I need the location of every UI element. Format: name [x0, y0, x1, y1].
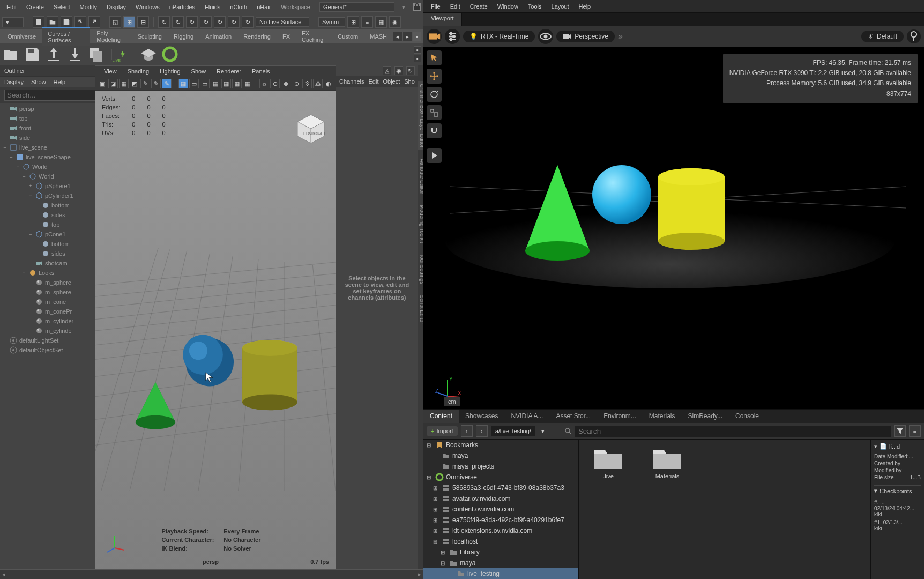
ov-view-options-icon[interactable]: ≡ — [909, 425, 921, 437]
expand-icon[interactable] — [2, 116, 8, 121]
rotate-z-button[interactable]: ↻ — [186, 16, 198, 28]
ov-browser-content[interactable]: .liveMaterials — [579, 440, 870, 579]
vp-menu-shading[interactable]: Shading — [123, 67, 153, 76]
outliner-node-sides[interactable]: sides — [0, 249, 95, 258]
ov-btab-console[interactable]: Console — [729, 410, 765, 423]
shelf-scroll-right[interactable]: ▸ — [403, 32, 412, 41]
vp-menu-show[interactable]: Show — [187, 67, 211, 76]
menu-modify[interactable]: Modify — [76, 2, 101, 12]
maya-viewport-canvas[interactable]: Verts:000Edges:000Faces:000Tris:000UVs:0… — [95, 91, 336, 569]
save-scene-button[interactable] — [61, 16, 72, 28]
outliner-node-m_cone[interactable]: m_cone — [0, 297, 95, 307]
lock-icon[interactable] — [413, 3, 421, 11]
rotate-btn-5[interactable]: ↻ — [214, 16, 226, 28]
ov-expand-icon[interactable]: » — [618, 32, 623, 41]
outliner-node-pCylinder1[interactable]: −pCylinder1 — [0, 191, 95, 201]
rotate-btn-6[interactable]: ↻ — [228, 16, 240, 28]
menu-set-selector[interactable]: ▾ — [2, 17, 24, 27]
shelf-tab-rigging[interactable]: Rigging — [168, 31, 199, 42]
viewcube[interactable]: FRONTRIGHT — [295, 112, 327, 144]
ov-eye-icon[interactable] — [538, 29, 553, 44]
outliner-node-live_sceneShape[interactable]: −live_sceneShape — [0, 152, 95, 162]
menu-create[interactable]: Create — [22, 2, 48, 12]
live-surface-selector[interactable]: No Live Surface — [256, 17, 309, 27]
outliner-node-top[interactable]: top — [0, 220, 95, 229]
expand-icon[interactable] — [34, 203, 40, 208]
outliner-node-bottom[interactable]: bottom — [0, 201, 95, 210]
ov-tool-play[interactable] — [427, 148, 442, 163]
ov-btab-asset[interactable]: Asset Stor... — [549, 410, 597, 423]
scroll-left-icon[interactable]: ◂ — [2, 571, 5, 578]
expand-icon[interactable] — [28, 299, 33, 305]
ov-btab-content[interactable]: Content — [423, 410, 459, 423]
shelf-open-icon[interactable] — [2, 46, 19, 63]
vtab-channel-box[interactable]: Channel Box / Layer Editor — [418, 81, 423, 150]
ov-btab-environ[interactable]: Environm... — [597, 410, 643, 423]
ov-settings-icon[interactable] — [445, 29, 460, 44]
vtab-attribute-editor[interactable]: Attribute Editor — [418, 157, 423, 196]
shelf-tab-fxcaching[interactable]: FX Caching — [296, 28, 331, 45]
outliner-node-defaultLightSet[interactable]: defaultLightSet — [0, 336, 95, 345]
outliner-node-shotcam[interactable]: shotcam — [0, 258, 95, 268]
checkpoint-item[interactable]: #. ...02/13/24 04:42...kiki — [874, 499, 921, 518]
expand-icon[interactable] — [28, 261, 33, 266]
outliner-node-pCone1[interactable]: −pCone1 — [0, 229, 95, 239]
symmetry-selector[interactable]: Symm — [318, 17, 345, 27]
expand-icon[interactable] — [2, 125, 8, 131]
expand-icon[interactable] — [28, 290, 33, 295]
vp-tool-4[interactable]: ◩ — [130, 79, 139, 88]
channel-icon-2[interactable]: ◉ — [394, 66, 403, 75]
expand-icon[interactable] — [34, 222, 40, 227]
ov-tree-node-maya[interactable]: maya — [423, 450, 578, 461]
shelf-tab-sculpt[interactable]: Sculpting — [132, 31, 167, 42]
menu-edit[interactable]: Edit — [2, 2, 21, 12]
vp-tool-9[interactable]: ▭ — [189, 79, 199, 88]
menu-windows[interactable]: Windows — [131, 2, 164, 12]
expand-icon[interactable] — [34, 212, 40, 218]
outliner-node-sides[interactable]: sides — [0, 210, 95, 220]
vp-tool-15[interactable]: ☼ — [259, 79, 269, 88]
outliner-search-input[interactable] — [4, 90, 100, 101]
ov-menu-tools[interactable]: Tools — [524, 2, 546, 11]
vp-tool-6[interactable]: ✎ — [151, 79, 161, 88]
shelf-copy-icon[interactable] — [88, 46, 105, 63]
ov-menu-help[interactable]: Help — [575, 2, 595, 11]
outliner-node-bottom[interactable]: bottom — [0, 239, 95, 249]
outliner-node-defaultObjectSet[interactable]: defaultObjectSet — [0, 345, 95, 355]
ov-camera-icon[interactable] — [427, 29, 442, 44]
expand-icon[interactable]: ⊞ — [433, 496, 439, 502]
ov-nav-back[interactable]: ‹ — [461, 425, 473, 437]
outliner-menu-help[interactable]: Help — [54, 79, 66, 85]
ov-menu-layout[interactable]: Layout — [547, 2, 573, 11]
scroll-right-icon[interactable]: ▸ — [418, 571, 421, 578]
vp-tool-2[interactable]: ◪ — [108, 79, 118, 88]
expand-icon[interactable] — [28, 318, 33, 324]
vp-tool-21[interactable]: ◐ — [324, 79, 333, 88]
expand-icon[interactable] — [2, 135, 8, 140]
expand-icon[interactable] — [2, 347, 8, 353]
expand-icon[interactable]: − — [28, 232, 33, 237]
file-card-.live[interactable]: .live — [584, 445, 632, 479]
outliner-node-World[interactable]: −World — [0, 172, 95, 181]
ov-tool-select[interactable] — [427, 50, 442, 65]
toolbar-btn-a[interactable]: ⊞ — [347, 16, 359, 28]
ov-tree-node-maya[interactable]: ⊟maya — [423, 558, 578, 568]
ov-tool-move[interactable] — [427, 69, 442, 84]
outliner-node-front[interactable]: front — [0, 123, 95, 133]
vp-tool-1[interactable]: ▣ — [98, 79, 107, 88]
axis-gizmo-icon[interactable] — [104, 532, 125, 553]
expand-icon[interactable] — [2, 338, 8, 343]
select-tool-button[interactable]: ◱ — [109, 16, 121, 28]
chevron-down-icon[interactable]: ▾ — [874, 443, 877, 450]
ov-path-dropdown[interactable]: ▾ — [539, 428, 547, 435]
shelf-save-icon[interactable] — [24, 46, 41, 63]
outliner-node-live_scene[interactable]: −live_scene — [0, 143, 95, 152]
expand-icon[interactable]: ⊟ — [427, 442, 433, 448]
ov-renderer-selector[interactable]: 💡 RTX - Real-Time — [463, 31, 535, 42]
expand-icon[interactable]: − — [28, 193, 33, 198]
ov-menu-window[interactable]: Window — [493, 2, 523, 11]
ov-tree-node-Bookmarks[interactable]: ⊟Bookmarks — [423, 440, 578, 450]
ov-menu-edit[interactable]: Edit — [446, 2, 465, 11]
expand-icon[interactable] — [28, 328, 33, 333]
toolbar-btn-c[interactable]: ▦ — [375, 16, 387, 28]
